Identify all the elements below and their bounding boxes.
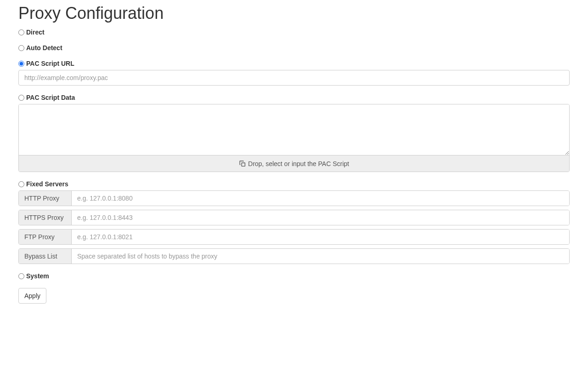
radio-pac-data[interactable] — [18, 95, 24, 101]
http-proxy-input[interactable] — [72, 191, 569, 206]
radio-pac-url[interactable] — [18, 61, 24, 67]
pac-data-drop-hint[interactable]: Drop, select or input the PAC Script — [19, 155, 569, 172]
ftp-proxy-group: FTP Proxy — [18, 229, 570, 245]
option-direct: Direct — [18, 29, 570, 36]
ftp-proxy-input[interactable] — [72, 230, 569, 244]
radio-fixed[interactable] — [18, 181, 24, 187]
radio-system[interactable] — [18, 273, 24, 279]
page-title: Proxy Configuration — [18, 4, 570, 23]
http-proxy-group: HTTP Proxy — [18, 190, 570, 206]
bypass-list-addon: Bypass List — [19, 249, 72, 264]
ftp-proxy-addon: FTP Proxy — [19, 230, 72, 244]
svg-rect-0 — [242, 163, 245, 166]
option-auto-detect: Auto Detect — [18, 44, 570, 52]
radio-text-auto-detect: Auto Detect — [26, 44, 62, 52]
bypass-list-input[interactable] — [72, 249, 569, 264]
option-pac-url: PAC Script URL — [18, 60, 570, 86]
radio-label-direct[interactable]: Direct — [18, 29, 570, 36]
radio-label-fixed[interactable]: Fixed Servers — [18, 180, 570, 188]
option-system: System — [18, 272, 570, 280]
apply-button[interactable]: Apply — [18, 288, 46, 304]
option-pac-data: PAC Script Data Drop, select or input th… — [18, 94, 570, 172]
pac-data-wrap: Drop, select or input the PAC Script — [18, 104, 570, 172]
radio-label-system[interactable]: System — [18, 272, 570, 280]
radio-text-pac-url: PAC Script URL — [26, 60, 74, 67]
radio-label-pac-data[interactable]: PAC Script Data — [18, 94, 570, 101]
bypass-list-group: Bypass List — [18, 248, 570, 264]
radio-direct[interactable] — [18, 29, 24, 35]
https-proxy-group: HTTPS Proxy — [18, 210, 570, 225]
pac-data-drop-text: Drop, select or input the PAC Script — [248, 160, 349, 167]
radio-text-pac-data: PAC Script Data — [26, 94, 75, 101]
radio-label-pac-url[interactable]: PAC Script URL — [18, 60, 570, 67]
https-proxy-addon: HTTPS Proxy — [19, 210, 72, 225]
radio-label-auto-detect[interactable]: Auto Detect — [18, 44, 570, 52]
http-proxy-addon: HTTP Proxy — [19, 191, 72, 206]
copy-icon — [239, 160, 246, 167]
pac-data-textarea[interactable] — [19, 104, 569, 155]
https-proxy-input[interactable] — [72, 210, 569, 225]
pac-url-input[interactable] — [18, 70, 570, 86]
option-fixed-servers: Fixed Servers HTTP Proxy HTTPS Proxy FTP… — [18, 180, 570, 264]
radio-text-direct: Direct — [26, 29, 45, 36]
radio-auto-detect[interactable] — [18, 45, 24, 51]
radio-text-system: System — [26, 272, 49, 280]
radio-text-fixed: Fixed Servers — [26, 180, 68, 188]
